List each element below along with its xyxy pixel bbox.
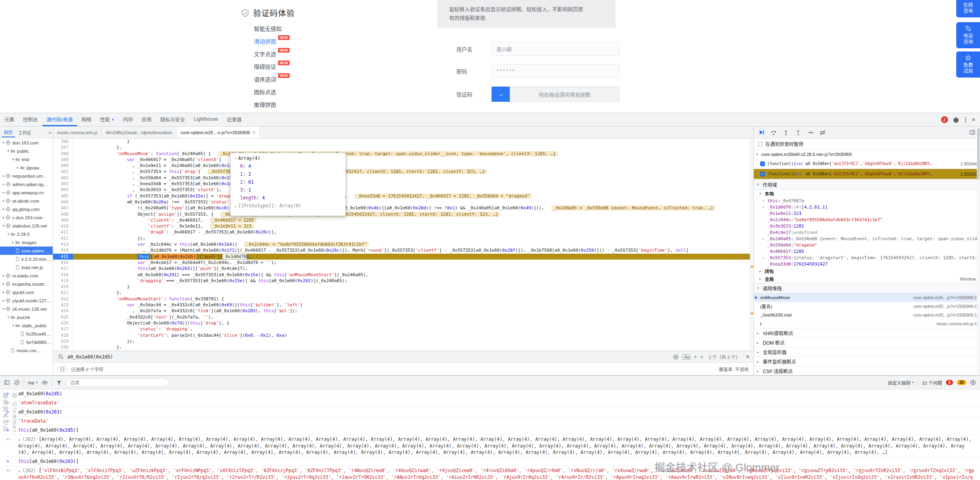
breakpoint-checkbox[interactable]: ✓ <box>760 172 765 176</box>
file-tree-item[interactable]: ▾puzzle <box>0 313 53 321</box>
password-field[interactable]: ****** <box>491 64 620 78</box>
side-button-3[interactable]: 免费试用 <box>956 51 980 78</box>
more-options-kebab-icon[interactable] <box>965 117 966 122</box>
slider-track[interactable]: 向右拖动滑块填充拼图 <box>510 87 619 102</box>
code-text[interactable]: 'onMouseMove': function(_0x240a05) {_0x2… <box>73 151 753 157</box>
close-devtools-icon[interactable]: × <box>972 117 975 123</box>
popup-property-row[interactable]: 1: 2 <box>235 170 341 178</box>
line-number[interactable]: 409 <box>53 217 73 223</box>
devtools-tab-2[interactable]: 控制台 <box>19 113 42 126</box>
devtools-tab-8[interactable]: 隐私与安全 <box>156 113 190 126</box>
line-number[interactable]: 414 <box>53 247 73 253</box>
previous-match-icon[interactable]: ∧ <box>694 355 697 359</box>
code-text[interactable]: 'startLeft': parseInt(_0x3dac44['slice']… <box>73 332 753 338</box>
scope-variable[interactable]: ▸_0x557353: {status: 'dragstart', beginT… <box>754 254 980 261</box>
file-tree-item[interactable]: ▸neguardian.um… <box>0 172 53 180</box>
file-tree-item[interactable]: ▸m.baidu.com <box>0 271 53 280</box>
scope-variable[interactable]: _0x2c044c: "ba9ef955586d4afdb843cf363f41… <box>754 216 980 223</box>
step-icon[interactable] <box>807 129 814 136</box>
scope-variable[interactable]: ▸this: _0x47087a <box>754 197 980 204</box>
line-number[interactable]: 408 <box>53 211 73 217</box>
line-number[interactable]: 415 <box>53 254 73 260</box>
code-text[interactable]: var _0x2c044c = this[a0_0x1e60(0x1b4)]_0… <box>73 241 753 247</box>
line-number[interactable]: 403 <box>53 181 73 187</box>
line-number[interactable]: 423 <box>53 302 73 308</box>
console-context-selector[interactable]: top▾ <box>28 380 38 385</box>
nav-tabs-overflow-icon[interactable]: » <box>49 130 51 135</box>
code-text[interactable]: 'status': 'dragging', <box>73 326 753 332</box>
next-match-icon[interactable]: ∨ <box>700 355 703 359</box>
code-text[interactable]: }, <box>73 290 753 296</box>
console-input-row[interactable]: >this[a0_0x1e60(0x263)] <box>0 457 980 466</box>
slider-handle-button[interactable]: → <box>492 87 510 102</box>
pause-on-exceptions-row[interactable]: 在遇到异常时暂停 <box>754 138 980 150</box>
step-into-icon[interactable] <box>783 129 789 136</box>
code-text[interactable]: 'dragging' === _0x557353[a0_0x1e60(0x15e… <box>73 278 753 284</box>
breakpoint-entry-1[interactable]: ✓(function(){var a0_0x3d6e=['doIJY3r0CJ'… <box>754 159 980 169</box>
code-text[interactable]: Object[a0_0x1e60(0x74)](this['drag'], { <box>73 320 753 326</box>
scrollbar-thumb[interactable] <box>977 128 980 180</box>
devtools-tab-7[interactable]: 应用 <box>137 113 156 126</box>
editor-tab-3[interactable]: core-optimi.m25…n.js?v=2935906× <box>177 127 260 138</box>
line-number[interactable]: 430 <box>53 344 73 350</box>
console-output-row[interactable]: <·'atomTraceData' <box>0 398 980 408</box>
popup-prototype-row[interactable]: ▸[[Prototype]]: Array(0) <box>235 202 341 210</box>
popup-property-row[interactable]: length: 4 <box>235 194 341 202</box>
breakpoint-entry-2[interactable]: ✓(function(){var a0_0x3d6e=['doIJY3r0CJ'… <box>754 169 980 179</box>
search-input[interactable] <box>67 354 194 360</box>
console-input-row[interactable]: >a0_0x1e60(0x2d5) <box>0 389 980 398</box>
breakpoint-group-header[interactable]: ▾ core-optimi.m25b40.v2.28.5.min.js?v=29… <box>754 150 980 159</box>
console-output-row[interactable]: <·▸(382) [Array(4), Array(4), Array(4), … <box>0 435 980 457</box>
line-number[interactable]: 398 <box>53 151 73 157</box>
devtools-tab-3[interactable]: 源代码/来源 <box>42 113 77 126</box>
callstack-frame[interactable]: tmusic-corona.min.js:1 <box>754 319 980 328</box>
file-tree-item[interactable]: ▸at.alicdn.com <box>0 197 53 205</box>
code-text[interactable]: }, <box>73 344 753 350</box>
scope-local-header[interactable]: ▾ 本地 <box>754 190 980 197</box>
scope-variable[interactable]: _0x1e9e11: 323 <box>754 210 980 216</box>
code-text[interactable]: } <box>73 284 753 290</box>
file-tree-item[interactable]: ▾s6.music.126.net <box>0 305 53 313</box>
step-over-icon[interactable] <box>770 129 777 136</box>
warning-badge[interactable]: 20 <box>957 380 966 385</box>
code-text[interactable]: 'dragX': _0x466917 - _0x557353[a0_0x1e60… <box>73 229 753 235</box>
devtools-tab-6[interactable]: 内存 <box>118 113 137 126</box>
devtools-tab-4[interactable]: 网络 <box>77 113 96 126</box>
code-text[interactable]: }); <box>73 338 753 344</box>
scope-variable[interactable]: _0x4cde17: undefined <box>754 229 980 235</box>
code-text[interactable]: a0_0x1e60(0x26a) !== _0x557353['status']… <box>73 199 753 205</box>
error-count-badge[interactable]: 2 <box>941 116 948 123</box>
console-sidebar-toggle-icon[interactable] <box>4 379 10 385</box>
scope-section-header[interactable]: ▾ 作用域 <box>754 179 980 190</box>
file-tree-item[interactable]: ▸qq.gtimg.com <box>0 205 53 213</box>
popup-property-row[interactable]: 3: 1 <box>235 186 341 194</box>
file-tree-item[interactable]: ▸ecaptcha.nosdn… <box>0 280 53 288</box>
code-text[interactable]: , _0x2b7a7a = _0x4332c6['find'](a0_0x1e6… <box>73 308 753 314</box>
line-number[interactable]: 410 <box>53 223 73 229</box>
scope-variable[interactable]: ▸_0x1d0d76: (4) [4, 2, 61, 1] <box>754 204 980 210</box>
line-number[interactable]: 402 <box>53 175 73 181</box>
console-output-row[interactable]: <·'traceData' <box>0 417 980 426</box>
scope-variable[interactable]: _0x466917: 1285 <box>754 248 980 254</box>
code-text[interactable]: } <box>73 138 753 144</box>
code-text[interactable]: !(_0x240a05['type'][a0_0x1e60(0xc8)](_0x… <box>73 205 753 211</box>
line-number[interactable]: 428 <box>53 332 73 338</box>
line-number[interactable]: 405 <box>53 193 73 199</box>
chevron-right-icon[interactable]: ▸ <box>763 256 765 260</box>
callstack-frame[interactable]: onMouseMovecore-optimi.m25…js?v=2935906:… <box>754 293 980 302</box>
line-number[interactable]: 427 <box>53 326 73 332</box>
line-number[interactable]: 407 <box>53 205 73 211</box>
code-text[interactable]: Object['assign'](_0x557353, {_0x557353 =… <box>73 211 753 217</box>
console-filter-input[interactable] <box>66 378 169 387</box>
devtools-tab-9[interactable]: Lighthouse <box>189 113 222 126</box>
code-text[interactable]: if (_0x557353[a0_0x1e60(0x15e)] = 'drage… <box>73 193 753 199</box>
close-search-icon[interactable]: × <box>746 354 749 360</box>
settings-gear-icon[interactable] <box>953 117 959 123</box>
match-case-toggle[interactable]: Aa <box>683 354 691 360</box>
code-text[interactable]: _0x4332c6['text'](_0x2b7a7a, ''), <box>73 314 753 320</box>
step-out-icon[interactable] <box>795 129 801 136</box>
log-levels-dropdown[interactable]: 自定义级别▾ <box>888 379 914 386</box>
expand-chevron-icon[interactable]: ▸ <box>18 469 20 473</box>
code-text[interactable]: , _0x1d0d76 = [Math[a0_0x1e60(0x1f1)](_0… <box>73 247 753 253</box>
line-number[interactable]: 419 <box>53 278 73 284</box>
